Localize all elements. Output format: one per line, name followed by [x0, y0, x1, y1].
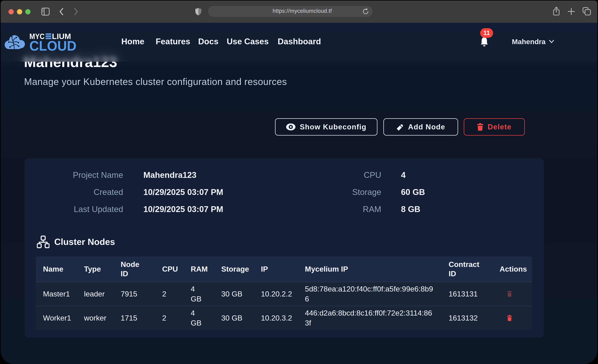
- svg-text:CLOUD: CLOUD: [29, 38, 76, 52]
